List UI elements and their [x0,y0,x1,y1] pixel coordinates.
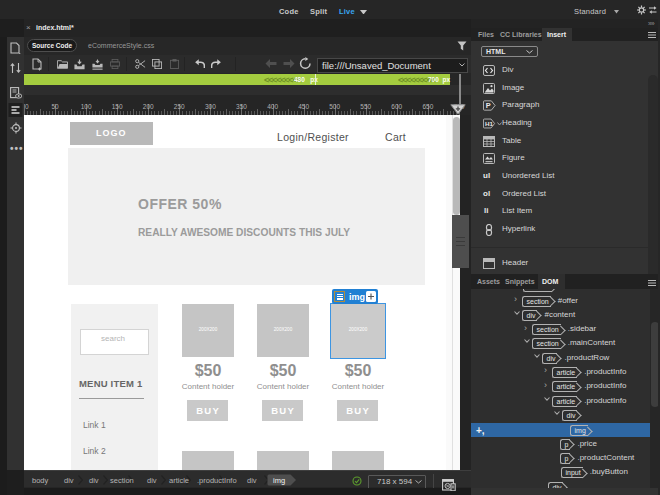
svg-text:P: P [486,101,491,110]
svg-text:H1: H1 [485,120,494,127]
svg-text:img: img [273,476,285,485]
